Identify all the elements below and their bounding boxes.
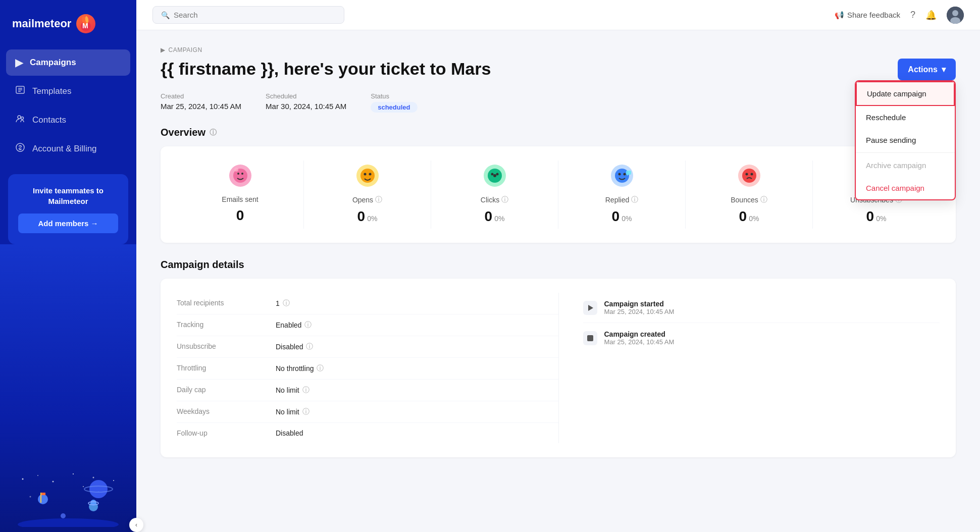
tracking-info-icon[interactable]: ⓘ xyxy=(304,321,312,330)
actions-container: Actions ▾ Update campaign Reschedule Pau… xyxy=(898,59,956,80)
svg-point-22 xyxy=(38,494,48,504)
total-recipients-info-icon[interactable]: ⓘ xyxy=(283,299,290,308)
replied-value: 0 0% xyxy=(612,208,632,225)
breadcrumb-arrow-icon: ▶ xyxy=(161,46,166,54)
dropdown-item-pause-sending[interactable]: Pause sending xyxy=(856,129,955,151)
dropdown-item-update-campaign[interactable]: Update campaign xyxy=(856,81,955,106)
status-label: Status xyxy=(371,92,417,100)
help-icon[interactable]: ? xyxy=(910,10,915,20)
bounces-info-icon[interactable]: ⓘ xyxy=(760,195,767,204)
meta-scheduled: Scheduled Mar 30, 2024, 10:45 AM xyxy=(266,92,346,113)
templates-icon xyxy=(15,85,25,97)
svg-point-15 xyxy=(93,477,94,478)
svg-point-16 xyxy=(113,480,114,481)
unsubscribes-value: 0 0% xyxy=(866,208,887,225)
emails-sent-emoji xyxy=(229,165,251,191)
dropdown-item-archive-campaign: Archive campaign xyxy=(856,154,955,177)
sidebar-item-templates[interactable]: Templates xyxy=(6,78,130,104)
svg-point-12 xyxy=(37,475,38,476)
throttling-info-icon[interactable]: ⓘ xyxy=(317,364,324,373)
bounces-label: Bounces ⓘ xyxy=(731,195,767,204)
actions-button[interactable]: Actions ▾ xyxy=(898,59,956,80)
page-content: ▶ CAMPAIGN {{ firstname }}, here's your … xyxy=(136,30,980,532)
bounces-emoji xyxy=(738,165,760,191)
add-members-button[interactable]: Add members → xyxy=(18,214,118,233)
throttling-label: Throttling xyxy=(177,364,268,373)
opens-emoji xyxy=(356,165,379,191)
svg-rect-23 xyxy=(40,493,41,503)
svg-point-29 xyxy=(61,513,66,518)
detail-weekdays: Weekdays No limit ⓘ xyxy=(177,401,558,423)
campaign-started-date: Mar 25, 2024, 10:45 AM xyxy=(604,308,675,315)
sidebar-nav: ▶ Campaigns Templates Contacts Account &… xyxy=(0,45,136,166)
topbar: 🔍 📢 Share feedback ? 🔔 xyxy=(136,0,980,30)
clicks-info-icon[interactable]: ⓘ xyxy=(501,195,508,204)
detail-unsubscribe: Unsubscribe Disabled ⓘ xyxy=(177,336,558,358)
dropdown-item-reschedule[interactable]: Reschedule xyxy=(856,106,955,129)
share-feedback-button[interactable]: 📢 Share feedback xyxy=(835,11,900,20)
timeline-content-started: Campaign started Mar 25, 2024, 10:45 AM xyxy=(604,300,675,315)
overview-info-icon[interactable]: ⓘ xyxy=(210,128,217,137)
svg-point-40 xyxy=(364,173,366,176)
sidebar-item-campaigns[interactable]: ▶ Campaigns xyxy=(6,49,130,76)
status-badge: scheduled xyxy=(371,102,417,113)
replied-emoji xyxy=(611,165,633,191)
share-feedback-label: Share feedback xyxy=(847,11,900,19)
dropdown-divider xyxy=(856,152,955,153)
app-name: mailmeteor xyxy=(12,17,71,30)
megaphone-icon: 📢 xyxy=(835,11,844,20)
svg-point-28 xyxy=(18,518,119,527)
sidebar-item-label-templates: Templates xyxy=(32,86,71,96)
sidebar: mailmeteor M ▶ Campaigns Templates xyxy=(0,0,136,532)
details-section-title: Campaign details xyxy=(161,259,956,271)
sidebar-item-label-account-billing: Account & Billing xyxy=(32,144,97,154)
emails-sent-label: Emails sent xyxy=(222,195,258,203)
svg-rect-51 xyxy=(626,171,631,175)
throttling-value: No throttling ⓘ xyxy=(276,364,324,373)
sidebar-collapse-button[interactable]: ‹ xyxy=(129,518,143,532)
notification-icon[interactable]: 🔔 xyxy=(925,10,937,21)
detail-follow-up: Follow-up Disabled xyxy=(177,423,558,443)
user-avatar[interactable] xyxy=(947,7,964,24)
meta-row: Created Mar 25, 2024, 10:45 AM Scheduled… xyxy=(161,92,956,113)
actions-label: Actions xyxy=(908,65,938,74)
weekdays-value: No limit ⓘ xyxy=(276,407,310,416)
svg-point-14 xyxy=(73,473,74,474)
svg-point-45 xyxy=(496,173,498,176)
svg-rect-24 xyxy=(41,493,45,495)
svg-point-8 xyxy=(18,116,21,119)
detail-daily-cap: Daily cap No limit ⓘ xyxy=(177,380,558,401)
unsubscribe-info-icon[interactable]: ⓘ xyxy=(306,342,313,351)
svg-point-31 xyxy=(952,10,958,16)
sidebar-item-contacts[interactable]: Contacts xyxy=(6,107,130,133)
search-bar[interactable]: 🔍 xyxy=(152,6,344,24)
sidebar-item-account-billing[interactable]: Account & Billing xyxy=(6,135,130,162)
overview-section-title: Overview ⓘ xyxy=(161,127,956,138)
campaigns-icon: ▶ xyxy=(15,57,23,69)
timeline-content-created: Campaign created Mar 25, 2024, 10:45 AM xyxy=(604,330,675,346)
search-icon: 🔍 xyxy=(161,11,170,19)
follow-up-label: Follow-up xyxy=(177,429,268,437)
total-recipients-label: Total recipients xyxy=(177,299,268,308)
svg-point-44 xyxy=(491,173,493,176)
opens-info-icon[interactable]: ⓘ xyxy=(375,195,382,204)
weekdays-info-icon[interactable]: ⓘ xyxy=(302,407,310,416)
search-input[interactable] xyxy=(174,11,336,19)
clicks-value: 0 0% xyxy=(485,208,505,225)
campaign-started-icon xyxy=(583,301,597,315)
daily-cap-info-icon[interactable]: ⓘ xyxy=(302,386,310,395)
invite-text: Invite teammates to Mailmeteor xyxy=(18,185,118,206)
tracking-label: Tracking xyxy=(177,321,268,330)
logo-icon: M xyxy=(76,14,95,33)
metric-bounces: Bounces ⓘ 0 0% xyxy=(686,161,813,229)
dropdown-item-cancel-campaign[interactable]: Cancel campaign xyxy=(856,177,955,199)
actions-dropdown: Update campaign Reschedule Pause sending… xyxy=(855,80,956,200)
metric-opens: Opens ⓘ 0 0% xyxy=(304,161,431,229)
campaign-title: {{ firstname }}, here's your ticket to M… xyxy=(161,59,491,79)
invite-section: Invite teammates to Mailmeteor Add membe… xyxy=(8,174,128,244)
daily-cap-value: No limit ⓘ xyxy=(276,386,310,395)
replied-info-icon[interactable]: ⓘ xyxy=(631,195,638,204)
svg-rect-62 xyxy=(587,335,593,341)
svg-point-35 xyxy=(237,173,239,175)
svg-marker-61 xyxy=(588,305,593,311)
